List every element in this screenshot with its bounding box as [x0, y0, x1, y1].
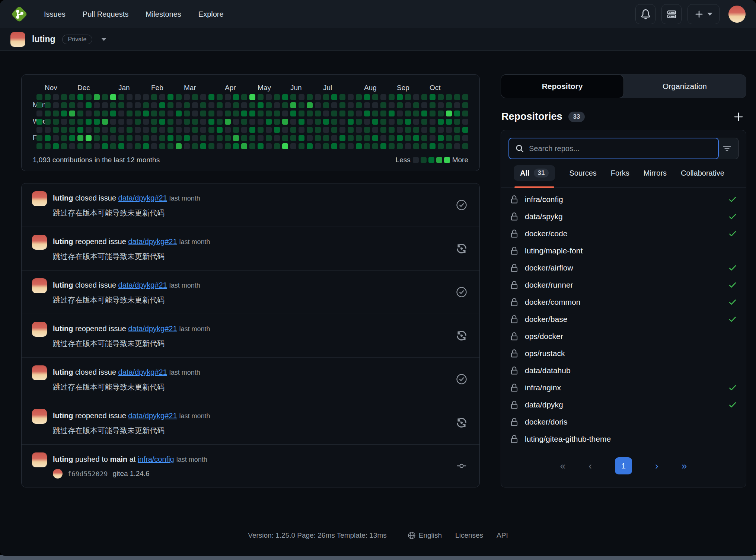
- contribution-cell: [348, 135, 354, 141]
- feed-issue-link[interactable]: infra/config: [138, 455, 174, 463]
- filter-tab-sources[interactable]: Sources: [569, 166, 596, 181]
- legend-cell-level-4: [444, 157, 450, 163]
- footer-link-api[interactable]: API: [497, 531, 508, 540]
- feed-avatar[interactable]: [32, 452, 47, 467]
- repo-name-link[interactable]: luting/gitea-github-theme: [525, 435, 611, 444]
- repo-row[interactable]: docker/base: [501, 311, 746, 328]
- feed-issue-link[interactable]: data/dpykg#21: [128, 324, 177, 333]
- right-column: Repository Organization Repositories 33: [501, 74, 746, 487]
- feed-avatar[interactable]: [32, 278, 47, 293]
- feed-issue-link[interactable]: data/dpykg#21: [128, 237, 177, 246]
- contribution-cell: [61, 143, 67, 149]
- next-page-button[interactable]: ›: [655, 461, 658, 471]
- contribution-cell: [462, 143, 468, 149]
- feed-issue-link[interactable]: data/dpykg#21: [118, 194, 167, 202]
- user-avatar[interactable]: [728, 6, 746, 23]
- feed-actor-link[interactable]: luting: [53, 455, 73, 463]
- feed-actor-link[interactable]: luting: [53, 194, 73, 202]
- feed-actor-link[interactable]: luting: [53, 281, 73, 289]
- repo-row[interactable]: data/spykg: [501, 208, 746, 225]
- page-1-button[interactable]: 1: [615, 457, 632, 474]
- filter-tab-mirrors[interactable]: Mirrors: [644, 166, 667, 181]
- commit-hash-link[interactable]: f69d552029: [67, 470, 108, 478]
- notifications-button[interactable]: [635, 4, 655, 24]
- repo-filter-tabs: All31SourcesForksMirrorsCollaborative: [501, 159, 746, 188]
- repo-name-link[interactable]: data/dpykg: [525, 400, 563, 409]
- repo-name-link[interactable]: docker/base: [525, 315, 567, 324]
- contribution-cell: [249, 127, 255, 133]
- footer-link-english[interactable]: English: [408, 531, 442, 540]
- filter-tab-collaborative[interactable]: Collaborative: [681, 166, 724, 181]
- gitea-logo-icon[interactable]: [10, 5, 28, 23]
- repo-name-link[interactable]: docker/airflow: [525, 263, 573, 272]
- feed-avatar[interactable]: [32, 409, 47, 424]
- repo-search-input[interactable]: [529, 144, 712, 153]
- repo-name-link[interactable]: infra/config: [525, 195, 563, 204]
- repo-row[interactable]: docker/code: [501, 225, 746, 242]
- feed-issue-link[interactable]: data/dpykg#21: [118, 281, 167, 289]
- nav-link-milestones[interactable]: Milestones: [146, 10, 181, 19]
- contribution-cell: [143, 119, 149, 125]
- stopwatch-panel-button[interactable]: [661, 4, 682, 24]
- repo-row[interactable]: infra/config: [501, 191, 746, 208]
- nav-link-pull-requests[interactable]: Pull Requests: [83, 10, 128, 19]
- repo-row[interactable]: data/dpykg: [501, 396, 746, 413]
- feed-actor-link[interactable]: luting: [53, 324, 73, 333]
- contribution-cell: [217, 94, 223, 100]
- repo-row[interactable]: infra/nginx: [501, 379, 746, 396]
- feed-avatar[interactable]: [32, 235, 47, 250]
- repo-row[interactable]: data/datahub: [501, 362, 746, 379]
- repo-row[interactable]: docker/airflow: [501, 259, 746, 276]
- repo-name-link[interactable]: docker/doris: [525, 417, 567, 426]
- contribution-cell: [135, 143, 141, 149]
- repo-row[interactable]: docker/common: [501, 294, 746, 311]
- repo-name-link[interactable]: docker/common: [525, 298, 580, 307]
- feed-actor-link[interactable]: luting: [53, 237, 73, 246]
- repo-name-link[interactable]: infra/nginx: [525, 383, 561, 392]
- repo-name-link[interactable]: ops/rustack: [525, 349, 565, 358]
- contribution-cell: [307, 143, 313, 149]
- repo-name-link[interactable]: luting/maple-font: [525, 246, 583, 255]
- repo-name-link[interactable]: ops/docker: [525, 332, 563, 341]
- repo-name-link[interactable]: docker/code: [525, 229, 567, 238]
- contribution-cell: [438, 119, 444, 125]
- tab-organization[interactable]: Organization: [623, 75, 746, 98]
- nav-link-explore[interactable]: Explore: [198, 10, 224, 19]
- feed-actor-link[interactable]: luting: [53, 412, 73, 420]
- feed-avatar[interactable]: [32, 365, 47, 380]
- repo-name-link[interactable]: docker/runner: [525, 281, 573, 289]
- repo-row[interactable]: docker/runner: [501, 276, 746, 294]
- contribution-cell: [430, 135, 436, 141]
- feed-timestamp: last month: [176, 456, 207, 463]
- profile-username[interactable]: luting: [32, 34, 55, 44]
- lock-icon: [510, 195, 519, 204]
- repo-name-link[interactable]: data/datahub: [525, 366, 571, 375]
- footer-link-licenses[interactable]: Licenses: [455, 531, 483, 540]
- top-navbar: IssuesPull RequestsMilestonesExplore: [0, 0, 756, 28]
- profile-chevron-down-icon[interactable]: [101, 38, 106, 41]
- filter-tab-forks[interactable]: Forks: [611, 166, 629, 181]
- contribution-cell: [86, 143, 92, 149]
- filter-tab-all[interactable]: All31: [514, 165, 555, 181]
- create-new-button[interactable]: [688, 4, 720, 24]
- repo-filter-button[interactable]: [715, 138, 739, 159]
- contribution-cell: [299, 135, 304, 141]
- repo-row[interactable]: luting/maple-font: [501, 242, 746, 259]
- feed-issue-link[interactable]: data/dpykg#21: [118, 368, 167, 376]
- feed-issue-link[interactable]: data/dpykg#21: [128, 412, 177, 420]
- last-page-button[interactable]: »: [682, 461, 687, 471]
- feed-avatar[interactable]: [32, 322, 47, 337]
- contribution-cell: [454, 94, 460, 100]
- repo-row[interactable]: luting/gitea-github-theme: [501, 431, 746, 448]
- repo-row[interactable]: ops/docker: [501, 328, 746, 345]
- repo-row[interactable]: docker/doris: [501, 413, 746, 431]
- commit-author-avatar[interactable]: [53, 469, 63, 479]
- feed-avatar[interactable]: [32, 191, 47, 206]
- repo-row[interactable]: ops/rustack: [501, 345, 746, 362]
- feed-actor-link[interactable]: luting: [53, 368, 73, 376]
- profile-avatar[interactable]: [10, 32, 25, 47]
- repo-name-link[interactable]: data/spykg: [525, 212, 563, 221]
- tab-repository[interactable]: Repository: [501, 75, 623, 98]
- nav-link-issues[interactable]: Issues: [44, 10, 66, 19]
- add-repository-button[interactable]: [733, 111, 744, 122]
